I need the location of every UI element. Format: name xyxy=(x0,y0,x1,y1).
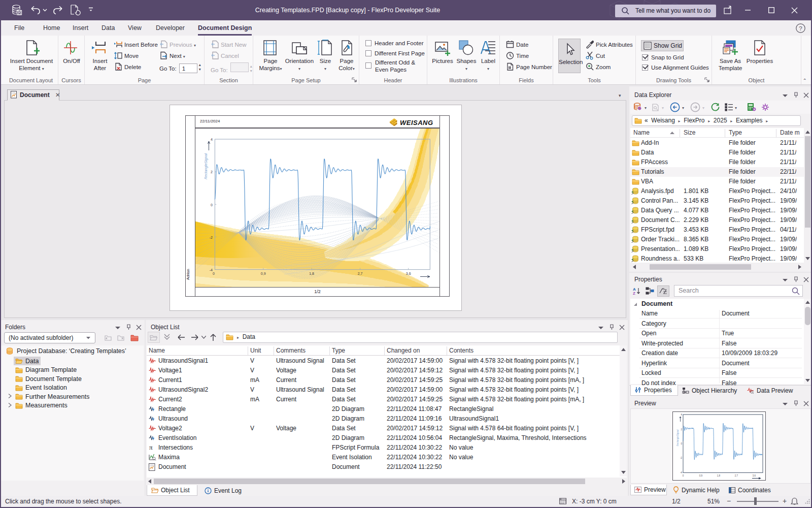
svg-text:Z: Z xyxy=(633,291,635,295)
svg-text:?: ? xyxy=(799,25,802,31)
